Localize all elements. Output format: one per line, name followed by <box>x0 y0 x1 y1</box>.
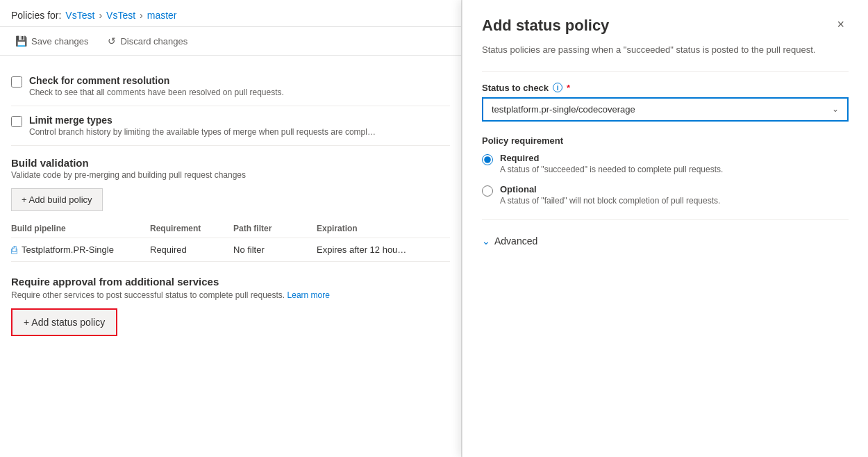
comment-resolution-section: Check for comment resolution Check to se… <box>11 67 450 106</box>
cell-requirement: Required <box>150 244 233 255</box>
policy-requirement-section: Policy requirement Required A status of … <box>482 135 849 206</box>
save-changes-button[interactable]: 💾 Save changes <box>11 33 92 49</box>
panel-description: Status policies are passing when a "succ… <box>482 43 849 57</box>
status-dropdown-value: testplatform.pr-single/codecoverage <box>492 104 635 115</box>
required-desc: A status of "succeeded" is needed to com… <box>500 165 723 174</box>
add-build-policy-button[interactable]: + Add build policy <box>11 188 103 211</box>
right-panel: Add status policy × Status policies are … <box>462 0 868 457</box>
status-check-label: Status to check i * <box>482 83 849 93</box>
optional-desc: A status of "failed" will not block comp… <box>500 196 720 206</box>
toolbar: 💾 Save changes ↺ Discard changes <box>0 27 461 56</box>
limit-merge-desc: Control branch history by limiting the a… <box>29 127 376 137</box>
limit-merge-title: Limit merge types <box>29 115 376 126</box>
require-services-section: Require approval from additional service… <box>11 276 450 343</box>
required-option: Required A status of "succeeded" is need… <box>482 153 849 174</box>
limit-merge-text: Limit merge types Control branch history… <box>29 115 376 137</box>
save-icon: 💾 <box>15 35 27 47</box>
breadcrumb-bar: Policies for: VsTest › VsTest › master <box>0 0 461 27</box>
optional-text: Optional A status of "failed" will not b… <box>500 184 720 206</box>
breadcrumb-label: Policies for: <box>11 10 61 21</box>
panel-title: Add status policy <box>482 17 609 35</box>
left-panel: Policies for: VsTest › VsTest › master 💾… <box>0 0 462 457</box>
required-label: Required <box>500 153 723 163</box>
cell-path-filter: No filter <box>233 244 317 255</box>
require-services-title: Require approval from additional service… <box>11 276 450 288</box>
col-path-filter: Path filter <box>233 224 317 233</box>
comment-resolution-text: Check for comment resolution Check to se… <box>29 75 284 97</box>
discard-changes-button[interactable]: ↺ Discard changes <box>103 33 192 49</box>
add-status-policy-wrapper: + Add status policy <box>11 308 117 336</box>
breadcrumb-branch[interactable]: master <box>147 10 177 21</box>
add-status-policy-button[interactable]: + Add status policy <box>12 310 116 335</box>
table-header: Build pipeline Requirement Path filter E… <box>11 219 450 238</box>
required-text: Required A status of "succeeded" is need… <box>500 153 723 174</box>
divider-1 <box>482 71 849 72</box>
learn-more-link[interactable]: Learn more <box>287 290 330 300</box>
build-validation-title: Build validation <box>11 157 450 169</box>
build-validation-heading: Build validation Validate code by pre-me… <box>11 157 450 180</box>
panel-header: Add status policy × <box>482 17 849 35</box>
optional-radio[interactable] <box>482 185 493 197</box>
divider-2 <box>482 219 849 220</box>
col-requirement: Requirement <box>150 224 233 233</box>
breadcrumb: Policies for: VsTest › VsTest › master <box>11 10 450 21</box>
content-area: Check for comment resolution Check to se… <box>0 56 461 457</box>
col-pipeline: Build pipeline <box>11 224 150 233</box>
discard-label: Discard changes <box>120 36 187 47</box>
optional-option: Optional A status of "failed" will not b… <box>482 184 849 206</box>
info-icon: i <box>553 83 562 92</box>
limit-merge-section: Limit merge types Control branch history… <box>11 106 450 146</box>
advanced-label: Advanced <box>494 235 537 247</box>
chevron-right-icon: ⌄ <box>482 235 490 247</box>
chevron-down-icon: ⌄ <box>832 104 839 114</box>
pipeline-name: Testplatform.PR-Single <box>22 244 114 255</box>
table-row: ⎙ Testplatform.PR-Single Required No fil… <box>11 238 450 262</box>
breadcrumb-project[interactable]: VsTest <box>65 10 94 21</box>
pipeline-icon: ⎙ <box>11 244 17 256</box>
required-star: * <box>567 83 570 93</box>
cell-expiration: Expires after 12 hou… <box>317 244 442 255</box>
limit-merge-checkbox[interactable] <box>11 116 22 127</box>
close-panel-button[interactable]: × <box>833 17 849 32</box>
col-expiration: Expiration <box>317 224 442 233</box>
status-dropdown[interactable]: testplatform.pr-single/codecoverage ⌄ <box>482 97 849 122</box>
policy-requirement-label: Policy requirement <box>482 135 849 146</box>
required-radio[interactable] <box>482 154 493 165</box>
breadcrumb-repo[interactable]: VsTest <box>106 10 135 21</box>
advanced-section[interactable]: ⌄ Advanced <box>482 231 849 251</box>
breadcrumb-sep-2: › <box>140 10 143 21</box>
cell-pipeline: ⎙ Testplatform.PR-Single <box>11 244 150 256</box>
build-validation-desc: Validate code by pre-merging and buildin… <box>11 170 450 180</box>
comment-resolution-desc: Check to see that all comments have been… <box>29 88 284 97</box>
comment-resolution-checkbox[interactable] <box>11 76 22 88</box>
save-label: Save changes <box>31 36 88 47</box>
discard-icon: ↺ <box>108 35 116 47</box>
require-services-desc: Require other services to post successfu… <box>11 290 450 300</box>
breadcrumb-sep-1: › <box>99 10 102 21</box>
comment-resolution-title: Check for comment resolution <box>29 75 284 86</box>
optional-label: Optional <box>500 184 720 194</box>
